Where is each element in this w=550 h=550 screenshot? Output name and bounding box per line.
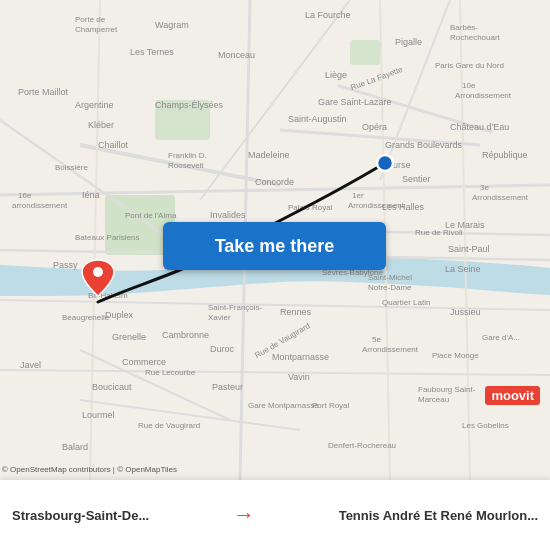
svg-text:Vavin: Vavin [288, 372, 310, 382]
svg-rect-3 [350, 40, 380, 65]
svg-text:Opéra: Opéra [362, 122, 387, 132]
svg-text:Gare Saint-Lazare: Gare Saint-Lazare [318, 97, 392, 107]
to-station: Tennis André Et René Mourlon... [339, 508, 538, 523]
svg-text:Passy: Passy [53, 260, 78, 270]
svg-text:Boissière: Boissière [55, 163, 88, 172]
svg-text:Invalides: Invalides [210, 210, 246, 220]
svg-text:Pont de l'Alma: Pont de l'Alma [125, 211, 177, 220]
direction-arrow: → [225, 502, 263, 528]
svg-text:arrondissement: arrondissement [12, 201, 68, 210]
svg-text:Monceau: Monceau [218, 50, 255, 60]
svg-text:Balard: Balard [62, 442, 88, 452]
svg-text:Faubourg Saint-: Faubourg Saint- [418, 385, 476, 394]
svg-text:La Seine: La Seine [445, 264, 481, 274]
svg-text:Les Gobelins: Les Gobelins [462, 421, 509, 430]
svg-text:La Fourche: La Fourche [305, 10, 351, 20]
svg-text:Montparnasse: Montparnasse [272, 352, 329, 362]
map-container: La Fourche Pigalle Barbès- Rochechouart … [0, 0, 550, 480]
svg-text:Denfert-Rochereau: Denfert-Rochereau [328, 441, 396, 450]
svg-text:Saint-Michel: Saint-Michel [368, 273, 412, 282]
from-station-name: Strasbourg-Saint-De... [12, 508, 149, 523]
svg-text:5e: 5e [372, 335, 381, 344]
svg-text:Rennes: Rennes [280, 307, 312, 317]
svg-text:Les Halles: Les Halles [382, 202, 425, 212]
take-me-there-button[interactable]: Take me there [163, 222, 386, 270]
moovit-logo: moovit [485, 386, 540, 405]
svg-text:Marceau: Marceau [418, 395, 449, 404]
bottom-bar: Strasbourg-Saint-De... → Tennis André Et… [0, 480, 550, 550]
svg-text:Franklin D.: Franklin D. [168, 151, 207, 160]
svg-text:Duplex: Duplex [105, 310, 134, 320]
svg-text:Rue de Rivoli: Rue de Rivoli [415, 228, 463, 237]
svg-text:Commerce: Commerce [122, 357, 166, 367]
svg-text:Javel: Javel [20, 360, 41, 370]
svg-text:Paris Gare du Nord: Paris Gare du Nord [435, 61, 504, 70]
svg-text:Xavier: Xavier [208, 313, 231, 322]
svg-text:3e: 3e [480, 183, 489, 192]
svg-text:Château d'Eau: Château d'Eau [450, 122, 509, 132]
svg-text:10e: 10e [462, 81, 476, 90]
svg-point-107 [377, 155, 393, 171]
svg-text:Quartier Latin: Quartier Latin [382, 298, 430, 307]
svg-text:Rochechouart: Rochechouart [450, 33, 501, 42]
svg-text:1er: 1er [352, 191, 364, 200]
svg-text:Cambronne: Cambronne [162, 330, 209, 340]
svg-text:Duroc: Duroc [210, 344, 235, 354]
svg-text:Port Royal: Port Royal [312, 401, 350, 410]
svg-text:République: République [482, 150, 528, 160]
svg-text:Madeleine: Madeleine [248, 150, 290, 160]
svg-text:Beaugrenelle: Beaugrenelle [62, 313, 110, 322]
svg-text:Jussieu: Jussieu [450, 307, 481, 317]
svg-text:Grands Boulevards: Grands Boulevards [385, 140, 463, 150]
svg-text:Pigalle: Pigalle [395, 37, 422, 47]
svg-text:Porte de: Porte de [75, 15, 106, 24]
svg-text:Les Ternes: Les Ternes [130, 47, 174, 57]
svg-text:Lourmel: Lourmel [82, 410, 115, 420]
svg-text:Kléber: Kléber [88, 120, 114, 130]
from-station: Strasbourg-Saint-De... [12, 508, 149, 523]
svg-text:Concorde: Concorde [255, 177, 294, 187]
svg-text:Rue Lecourbe: Rue Lecourbe [145, 368, 196, 377]
svg-text:Pasteur: Pasteur [212, 382, 243, 392]
svg-text:Roosevelt: Roosevelt [168, 161, 204, 170]
svg-text:16e: 16e [18, 191, 32, 200]
svg-text:Saint-Paul: Saint-Paul [448, 244, 490, 254]
svg-text:Grenelle: Grenelle [112, 332, 146, 342]
svg-text:Arrondissement: Arrondissement [455, 91, 512, 100]
svg-text:Rue de Vaugirard: Rue de Vaugirard [138, 421, 200, 430]
svg-text:Gare d'A...: Gare d'A... [482, 333, 520, 342]
svg-text:Barbès-: Barbès- [450, 23, 478, 32]
svg-text:Liège: Liège [325, 70, 347, 80]
svg-text:Notre-Dame: Notre-Dame [368, 283, 412, 292]
svg-text:Saint-Augustin: Saint-Augustin [288, 114, 347, 124]
svg-text:Gare Montparnasse: Gare Montparnasse [248, 401, 319, 410]
svg-text:Champs-Élysées: Champs-Élysées [155, 100, 224, 110]
svg-text:Place Monge: Place Monge [432, 351, 479, 360]
svg-text:Arrondissement: Arrondissement [362, 345, 419, 354]
svg-text:Wagram: Wagram [155, 20, 189, 30]
svg-point-108 [93, 267, 103, 277]
svg-text:© OpenStreetMap contributors |: © OpenStreetMap contributors | © OpenMap… [2, 465, 177, 474]
to-station-name: Tennis André Et René Mourlon... [339, 508, 538, 523]
svg-text:Chaillot: Chaillot [98, 140, 129, 150]
svg-text:Boucicaut: Boucicaut [92, 382, 132, 392]
svg-text:Saint-François-: Saint-François- [208, 303, 263, 312]
svg-text:Porte Maillot: Porte Maillot [18, 87, 69, 97]
svg-text:Bateaux Parisiens: Bateaux Parisiens [75, 233, 139, 242]
svg-text:Iéna: Iéna [82, 190, 100, 200]
svg-text:Argentine: Argentine [75, 100, 114, 110]
svg-text:Sentier: Sentier [402, 174, 431, 184]
svg-text:Champerret: Champerret [75, 25, 118, 34]
svg-text:Arrondissement: Arrondissement [472, 193, 529, 202]
